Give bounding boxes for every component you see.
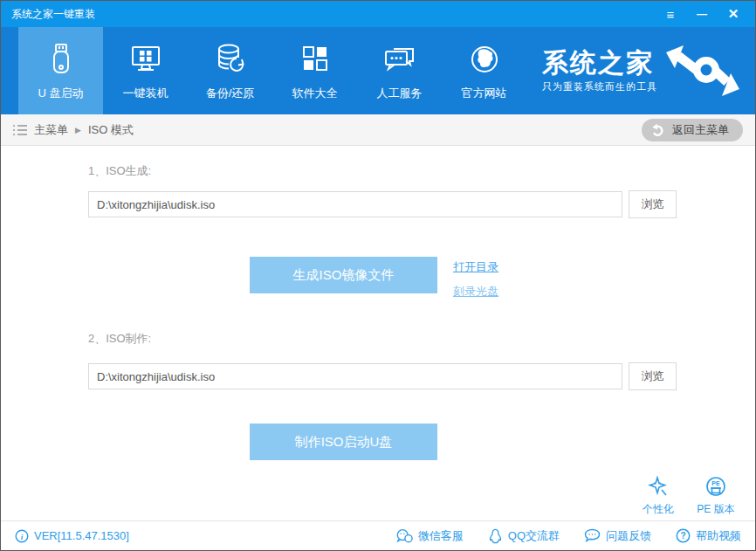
qq-icon [488, 528, 503, 544]
nav-tab-label: 一键装机 [123, 86, 168, 101]
feedback-bubble-icon [584, 528, 601, 543]
wechat-icon [395, 528, 413, 543]
version-info[interactable]: i VER[11.5.47.1530] [15, 529, 129, 543]
make-usb-boot-button[interactable]: 制作ISO启动U盘 [250, 424, 437, 460]
breadcrumb-arrow-icon: ▶ [75, 126, 81, 134]
help-icon: ? [676, 528, 691, 543]
footer-link-label: QQ交流群 [508, 528, 560, 544]
menu-icon[interactable]: ≡ [657, 3, 684, 24]
nav-tab-label: 官方网站 [462, 86, 507, 101]
database-restore-icon [213, 41, 248, 78]
iso-make-path-input[interactable] [88, 363, 622, 389]
pe-version-button[interactable]: PE PE 版本 [696, 476, 736, 517]
footer-link-label: 微信客服 [418, 528, 464, 544]
open-directory-link[interactable]: 打开目录 [453, 259, 498, 275]
iso-generate-browse-button[interactable]: 浏览 [629, 190, 677, 218]
nav-tab-label: 备份/还原 [206, 86, 255, 101]
close-button[interactable]: ✕ [720, 3, 746, 24]
iso-mode-panel: 1、ISO生成: 浏览 生成ISO镜像文件 打开目录 刻录光盘 2、ISO制作:… [1, 146, 755, 520]
qq-group-link[interactable]: QQ交流群 [488, 528, 560, 544]
nav-tab-live-support[interactable]: 人工服务 [357, 27, 442, 114]
status-bar: i VER[11.5.47.1530] 微信客服 [1, 520, 755, 550]
corner-tools: 个性化 PE PE 版本 [638, 476, 736, 517]
iso-generate-path-input[interactable] [88, 191, 622, 217]
chat-bubbles-icon [381, 41, 418, 78]
help-glyph: ? [680, 531, 685, 541]
info-glyph: i [21, 532, 24, 541]
brand-swoosh-icon [663, 44, 743, 98]
brand-tagline: 只为重装系统而生的工具 [542, 80, 657, 93]
window-title: 系统之家一键重装 [11, 7, 95, 22]
app-grid-icon [299, 41, 332, 78]
pe-badge-text: PE [711, 480, 720, 486]
feedback-link[interactable]: 问题反馈 [584, 528, 651, 544]
nav-tab-label: U 盘启动 [38, 86, 84, 101]
list-icon [13, 124, 27, 136]
info-icon: i [15, 529, 29, 543]
breadcrumb: 主菜单 ▶ ISO 模式 返回主菜单 [1, 114, 755, 146]
nav-tab-one-click-install[interactable]: 一键装机 [103, 27, 188, 114]
brand-logo: 系统之家 只为重装系统而生的工具 [542, 27, 755, 114]
burn-disc-link[interactable]: 刻录光盘 [453, 284, 498, 300]
breadcrumb-root[interactable]: 主菜单 [34, 122, 68, 138]
footer-link-label: 帮助视频 [696, 528, 741, 544]
footer-link-label: 问题反馈 [606, 528, 651, 544]
iso-generate-label: 1、ISO生成: [88, 163, 151, 179]
nav-tab-label: 人工服务 [377, 86, 423, 101]
minimize-button[interactable]: — [689, 3, 715, 24]
usb-drive-icon [45, 41, 77, 78]
title-bar: 系统之家一键重装 ≡ — ✕ [1, 1, 755, 27]
app-window: 系统之家一键重装 ≡ — ✕ U 盘启动 [0, 0, 756, 551]
corner-tool-label: 个性化 [643, 502, 674, 517]
iso-make-label: 2、ISO制作: [88, 331, 151, 347]
nav-tab-usb-boot[interactable]: U 盘启动 [18, 27, 103, 114]
help-video-link[interactable]: ? 帮助视频 [676, 528, 741, 544]
magic-wand-icon [647, 476, 670, 499]
iso-make-browse-button[interactable]: 浏览 [629, 362, 677, 390]
back-button-label: 返回主菜单 [672, 122, 729, 138]
version-text: VER[11.5.47.1530] [34, 529, 129, 542]
pe-version-icon: PE [704, 476, 727, 499]
breadcrumb-current: ISO 模式 [88, 122, 134, 138]
wechat-support-link[interactable]: 微信客服 [395, 528, 464, 544]
nav-tab-backup-restore[interactable]: 备份/还原 [188, 27, 272, 114]
brand-name: 系统之家 [542, 49, 657, 77]
main-nav: U 盘启动 一键装机 [1, 27, 755, 114]
globe-icon [467, 41, 502, 78]
generate-iso-button[interactable]: 生成ISO镜像文件 [250, 257, 437, 293]
corner-tool-label: PE 版本 [697, 502, 734, 517]
personalize-button[interactable]: 个性化 [638, 476, 678, 517]
nav-tab-label: 软件大全 [292, 86, 338, 101]
nav-tab-official-site[interactable]: 官方网站 [442, 27, 526, 114]
monitor-windows-icon [128, 41, 163, 78]
back-arrow-icon [650, 122, 666, 138]
return-main-menu-button[interactable]: 返回主菜单 [642, 119, 743, 141]
nav-tab-software-center[interactable]: 软件大全 [272, 27, 357, 114]
